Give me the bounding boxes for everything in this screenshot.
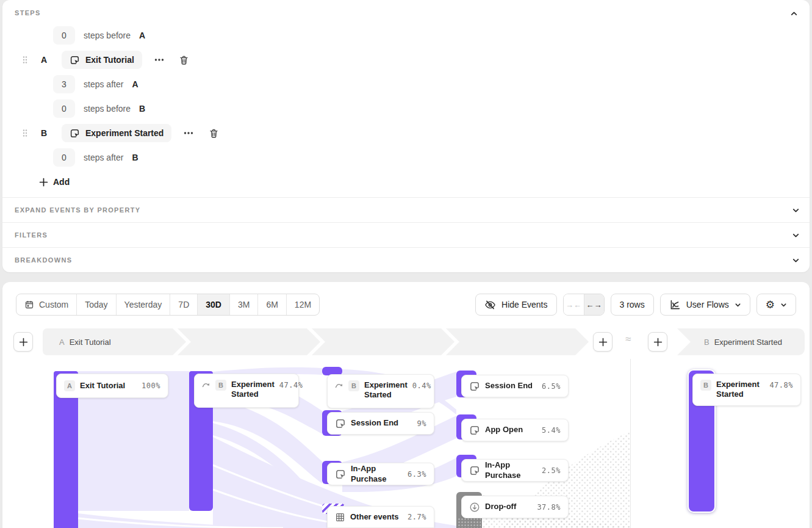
node-percent: 2.5% bbox=[542, 466, 561, 475]
section-breakdowns[interactable]: BREAKDOWNS bbox=[2, 247, 810, 272]
steps-after-a-row: 3 steps after A bbox=[53, 75, 138, 93]
steps-after-a-label: steps after bbox=[84, 79, 123, 89]
step-b-more-button[interactable] bbox=[180, 125, 197, 142]
step-a-event-button[interactable]: Exit Tutorial bbox=[62, 51, 142, 69]
flow-node-in-app-purchase-63[interactable]: In-App Purchase 6.3% bbox=[327, 463, 434, 485]
node-label: In-App Purchase bbox=[485, 460, 537, 480]
chevron-down-icon bbox=[792, 256, 800, 264]
steps-before-a-ref: A bbox=[139, 31, 145, 40]
node-label: Experiment Started bbox=[231, 380, 275, 400]
drag-handle-icon[interactable] bbox=[21, 129, 29, 137]
steps-before-b-input[interactable]: 0 bbox=[53, 99, 75, 118]
add-step-label: Add bbox=[53, 177, 70, 187]
step-b-delete-button[interactable] bbox=[205, 125, 222, 142]
steps-after-b-row: 0 steps after B bbox=[53, 148, 138, 167]
node-label: Drop-off bbox=[485, 502, 516, 512]
node-label: Session End bbox=[485, 381, 533, 391]
event-icon bbox=[469, 465, 480, 476]
flow-node-drop-off[interactable]: Drop-off 37.8% bbox=[461, 496, 569, 518]
flow-node-experiment-started-04[interactable]: B Experiment Started 0.4% bbox=[327, 374, 434, 408]
event-icon bbox=[70, 128, 80, 139]
node-percent: 47.8% bbox=[769, 381, 793, 389]
chevron-down-icon bbox=[792, 206, 800, 214]
steps-before-a-row: 0 steps before A bbox=[53, 26, 145, 45]
step-b-event-label: Experiment Started bbox=[85, 128, 163, 138]
node-percent: 5.4% bbox=[542, 426, 561, 435]
node-label: App Open bbox=[485, 425, 523, 435]
step-b-event-button[interactable]: Experiment Started bbox=[62, 124, 171, 142]
step-badge-b: B bbox=[348, 380, 359, 391]
step-badge-b: B bbox=[700, 380, 711, 391]
node-label: In-App Purchase bbox=[351, 464, 403, 484]
step-a-delete-button[interactable] bbox=[176, 51, 193, 68]
drop-off-icon bbox=[469, 502, 480, 513]
node-label: Other events bbox=[350, 512, 398, 522]
step-a-event-label: Exit Tutorial bbox=[85, 55, 134, 65]
flow-node-session-end-9[interactable]: Session End 9% bbox=[327, 412, 434, 435]
flows-panel: Custom Today Yesterday 7D 30D 3M 6M 12M … bbox=[2, 282, 810, 528]
trash-icon bbox=[209, 128, 219, 139]
grid-icon bbox=[335, 512, 345, 523]
flow-node-session-end-65[interactable]: Session End 6.5% bbox=[461, 375, 569, 397]
event-icon bbox=[469, 381, 480, 392]
event-icon bbox=[335, 418, 346, 429]
steps-after-b-label: steps after bbox=[84, 153, 123, 162]
steps-before-b-label: steps before bbox=[84, 104, 131, 114]
flow-node-exit-tutorial[interactable]: A Exit Tutorial 100% bbox=[56, 374, 168, 398]
node-label: Session End bbox=[351, 418, 398, 428]
indirect-flow-icon bbox=[202, 381, 210, 388]
section-expand-events[interactable]: EXPAND EVENTS BY PROPERTY bbox=[2, 197, 810, 222]
more-dots-icon bbox=[184, 131, 193, 135]
section-filters[interactable]: FILTERS bbox=[2, 222, 810, 247]
node-percent: 6.3% bbox=[408, 470, 426, 479]
steps-after-b-ref: B bbox=[132, 153, 138, 162]
steps-section-title: STEPS bbox=[15, 9, 41, 16]
event-icon bbox=[70, 55, 80, 65]
steps-before-a-label: steps before bbox=[84, 31, 131, 40]
steps-after-a-ref: A bbox=[132, 79, 138, 89]
steps-collapse-button[interactable] bbox=[788, 7, 800, 20]
steps-before-b-row: 0 steps before B bbox=[53, 99, 145, 118]
event-icon bbox=[469, 425, 480, 436]
more-dots-icon bbox=[154, 58, 164, 62]
step-a-row: A Exit Tutorial bbox=[21, 51, 193, 69]
steps-panel: STEPS 0 steps before A A Exit Tutorial 3… bbox=[2, 0, 810, 272]
plus-icon bbox=[39, 178, 48, 187]
node-percent: 37.8% bbox=[537, 503, 561, 512]
steps-after-a-input[interactable]: 3 bbox=[53, 75, 75, 93]
section-breakdowns-label: BREAKDOWNS bbox=[15, 256, 72, 264]
node-percent: 100% bbox=[142, 382, 160, 390]
step-badge-b: B bbox=[215, 380, 226, 391]
flow-node-app-open[interactable]: App Open 5.4% bbox=[461, 419, 569, 441]
section-expand-label: EXPAND EVENTS BY PROPERTY bbox=[15, 206, 140, 214]
drop-off-texture bbox=[458, 518, 481, 528]
flow-section-divider bbox=[630, 359, 631, 528]
add-step-button[interactable]: Add bbox=[39, 175, 70, 189]
event-icon bbox=[335, 469, 346, 480]
step-b-letter: B bbox=[41, 128, 53, 138]
drag-handle-icon[interactable] bbox=[21, 56, 29, 64]
node-percent: 9% bbox=[417, 419, 426, 428]
flow-node-in-app-purchase-25[interactable]: In-App Purchase 2.5% bbox=[461, 459, 569, 482]
node-label: Experiment Started bbox=[716, 380, 764, 400]
node-label: Exit Tutorial bbox=[80, 381, 125, 391]
node-percent: 2.7% bbox=[408, 513, 426, 521]
flow-node-other-events[interactable]: Other events 2.7% bbox=[327, 506, 434, 528]
steps-after-b-input[interactable]: 0 bbox=[53, 148, 75, 167]
step-b-row: B Experiment Started bbox=[21, 124, 222, 142]
flow-node-experiment-started-47[interactable]: B Experiment Started 47.4% bbox=[194, 374, 299, 408]
step-badge-a: A bbox=[64, 380, 75, 391]
trash-icon bbox=[179, 55, 189, 65]
step-a-letter: A bbox=[41, 55, 53, 65]
node-percent: 6.5% bbox=[542, 382, 561, 391]
step-a-more-button[interactable] bbox=[151, 51, 168, 68]
steps-before-b-ref: B bbox=[139, 104, 145, 114]
chevron-down-icon bbox=[792, 231, 800, 239]
node-percent: 47.4% bbox=[279, 381, 303, 389]
node-label: Experiment Started bbox=[364, 380, 408, 400]
steps-before-a-input[interactable]: 0 bbox=[53, 26, 75, 45]
flow-node-experiment-started-478[interactable]: B Experiment Started 47.8% bbox=[692, 374, 801, 406]
section-filters-label: FILTERS bbox=[15, 231, 48, 239]
indirect-flow-icon bbox=[335, 382, 343, 389]
chevron-up-icon bbox=[790, 10, 798, 18]
